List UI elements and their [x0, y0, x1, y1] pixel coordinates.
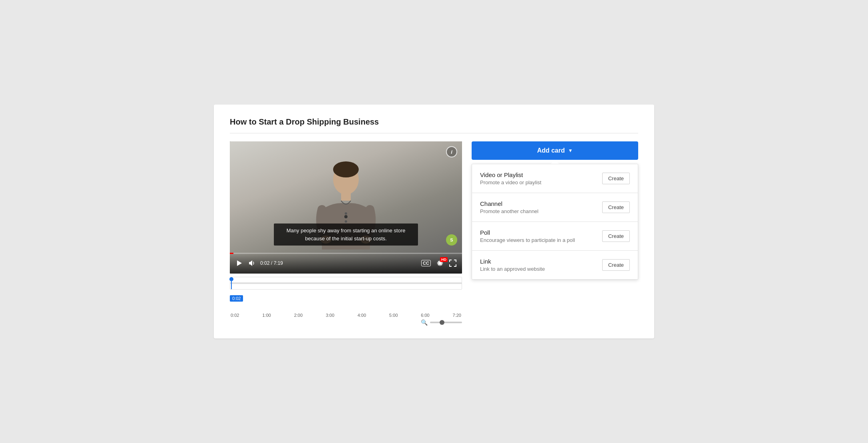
create-button-1[interactable]: Create: [602, 201, 630, 213]
hd-badge: HD: [440, 257, 448, 262]
create-button-3[interactable]: Create: [602, 259, 630, 271]
zoom-slider[interactable]: [430, 322, 462, 323]
card-option-2: Poll Encourage viewers to participate in…: [472, 222, 638, 251]
chevron-down-icon: ▼: [568, 148, 573, 153]
card-option-3: Link Link to an approved website Create: [472, 251, 638, 279]
card-option-title-1: Channel: [480, 200, 538, 207]
card-option-title-0: Video or Playlist: [480, 171, 541, 178]
timeline-track: [230, 282, 462, 284]
timeline-timestamp: 4:00: [358, 313, 366, 318]
progress-fill: [230, 253, 233, 254]
card-option-info-1: Channel Promote another channel: [480, 200, 538, 214]
current-time-badge: 0:02: [230, 295, 243, 302]
card-option-title-2: Poll: [480, 229, 575, 236]
card-option-1: Channel Promote another channel Create: [472, 193, 638, 222]
main-container: How to Start a Drop Shipping Business: [214, 105, 654, 338]
play-icon: [235, 260, 243, 267]
card-option-desc-1: Promote another channel: [480, 208, 538, 214]
card-option-info-2: Poll Encourage viewers to participate in…: [480, 229, 575, 243]
timeline-timestamp: 0:02: [231, 313, 239, 318]
card-option-title-3: Link: [480, 258, 545, 265]
card-option-0: Video or Playlist Promote a video or pla…: [472, 164, 638, 193]
content-row: Many people shy away from starting an on…: [230, 141, 638, 326]
add-card-button[interactable]: Add card ▼: [472, 141, 638, 160]
card-option-info-0: Video or Playlist Promote a video or pla…: [480, 171, 541, 185]
progress-bar[interactable]: [230, 253, 462, 254]
card-option-desc-0: Promote a video or playlist: [480, 179, 541, 185]
card-dropdown: Video or Playlist Promote a video or pla…: [472, 164, 638, 280]
settings-button[interactable]: HD: [436, 259, 444, 268]
timeline-timestamps: 0:021:002:003:004:005:006:007:20: [230, 313, 462, 318]
svg-point-3: [345, 212, 347, 215]
svg-marker-9: [249, 260, 252, 266]
video-player[interactable]: Many people shy away from starting an on…: [230, 141, 462, 274]
fullscreen-button[interactable]: [448, 259, 457, 268]
timeline-marker: [231, 277, 232, 289]
info-icon-button[interactable]: i: [446, 146, 457, 157]
time-display: 0:02 / 7:19: [260, 260, 283, 266]
cc-button[interactable]: CC: [420, 259, 432, 267]
svg-point-1: [333, 161, 359, 177]
timeline-timestamp: 3:00: [326, 313, 334, 318]
timeline-zoom: 🔍: [230, 319, 462, 326]
timeline-container: 0:02 0:021:002:003:004:005:006:007:20 🔍: [230, 277, 462, 326]
card-option-info-3: Link Link to an approved website: [480, 258, 545, 272]
timeline-timestamp: 2:00: [294, 313, 302, 318]
subtitle-bar: Many people shy away from starting an on…: [274, 224, 418, 246]
volume-icon: [248, 260, 255, 267]
add-card-label: Add card: [537, 147, 565, 154]
controls-bar: 0:02 / 7:19 CC HD: [230, 253, 462, 274]
volume-button[interactable]: [247, 259, 256, 268]
add-card-section: Add card ▼ Video or Playlist Promote a v…: [472, 141, 638, 280]
video-wrapper: Many people shy away from starting an on…: [230, 141, 462, 326]
create-button-0[interactable]: Create: [602, 173, 630, 184]
card-option-desc-2: Encourage viewers to participate in a po…: [480, 237, 575, 243]
timeline-handle[interactable]: [229, 277, 233, 281]
settings-icon: HD: [436, 260, 444, 267]
timeline-timestamp: 7:20: [453, 313, 461, 318]
timeline-timestamp: 5:00: [389, 313, 398, 318]
create-button-2[interactable]: Create: [602, 230, 630, 242]
zoom-thumb: [440, 320, 444, 325]
fullscreen-icon: [449, 260, 456, 267]
dropdown-triangle: [551, 160, 559, 164]
page-title: How to Start a Drop Shipping Business: [230, 117, 638, 127]
timeline-bar[interactable]: [230, 277, 462, 290]
shopify-badge: S: [446, 234, 457, 246]
timestamp-row: 0:02: [230, 290, 462, 302]
cc-icon: CC: [421, 260, 431, 266]
svg-point-7: [344, 215, 348, 218]
svg-marker-8: [237, 260, 242, 266]
card-option-desc-3: Link to an approved website: [480, 266, 545, 272]
timeline-timestamp: 1:00: [262, 313, 271, 318]
play-button[interactable]: [235, 259, 243, 268]
timeline-timestamp: 6:00: [421, 313, 429, 318]
section-divider: [230, 133, 638, 133]
zoom-search-icon: 🔍: [421, 319, 428, 326]
svg-point-4: [345, 220, 347, 223]
svg-rect-2: [341, 193, 351, 201]
